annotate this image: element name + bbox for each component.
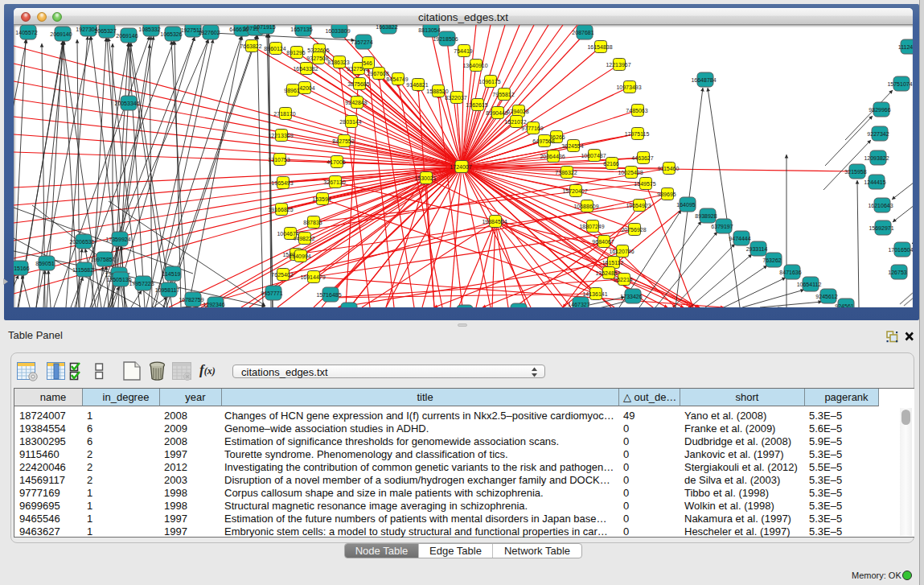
- svg-text:1327602: 1327602: [198, 30, 220, 35]
- svg-text:7386322: 7386322: [555, 170, 577, 175]
- svg-text:9777169: 9777169: [521, 126, 543, 131]
- svg-text:15720407: 15720407: [562, 188, 587, 194]
- svg-text:16033809: 16033809: [325, 28, 350, 34]
- svg-text:16154838: 16154838: [587, 44, 612, 50]
- svg-text:19166825: 19166825: [268, 207, 293, 212]
- svg-text:8186323: 8186323: [327, 60, 349, 65]
- svg-text:2069140: 2069140: [50, 31, 72, 37]
- svg-text:891295: 891295: [286, 50, 305, 56]
- svg-text:1065327: 1065327: [94, 28, 116, 34]
- svg-text:1965493: 1965493: [271, 180, 293, 186]
- svg-text:6794028: 6794028: [507, 109, 528, 114]
- svg-text:546: 546: [363, 60, 372, 66]
- svg-text:1467327: 1467327: [568, 302, 589, 307]
- svg-text:19654923: 19654923: [626, 203, 651, 208]
- svg-text:989695: 989695: [657, 192, 676, 197]
- svg-text:17957223: 17957223: [129, 281, 154, 286]
- svg-text:8322037: 8322037: [445, 95, 466, 101]
- svg-text:13640910: 13640910: [462, 63, 487, 68]
- svg-text:3267130: 3267130: [323, 179, 345, 185]
- svg-text:10958117: 10958117: [155, 287, 180, 293]
- svg-text:16648784: 16648784: [691, 77, 716, 83]
- svg-text:1310753: 1310753: [268, 157, 290, 163]
- svg-text:62166: 62166: [603, 161, 619, 167]
- svg-text:7955812: 7955812: [492, 92, 514, 97]
- svg-text:10654112: 10654112: [797, 282, 822, 287]
- svg-text:9242848: 9242848: [345, 100, 367, 105]
- svg-text:4463627: 4463627: [631, 155, 653, 161]
- svg-text:2803144: 2803144: [339, 119, 361, 125]
- svg-text:17975115: 17975115: [625, 131, 650, 137]
- svg-text:20756928: 20756928: [621, 227, 646, 233]
- svg-text:859051: 859051: [35, 261, 54, 266]
- svg-text:1065326: 1065326: [160, 31, 182, 37]
- svg-text:8960124: 8960124: [264, 46, 285, 51]
- svg-text:2933114: 2933114: [746, 246, 768, 252]
- svg-text:252214: 252214: [614, 277, 632, 282]
- svg-text:1085332: 1085332: [138, 27, 160, 32]
- svg-text:8471636: 8471636: [779, 270, 801, 275]
- svg-text:1071915: 1071915: [253, 25, 275, 30]
- svg-text:14136141: 14136141: [582, 291, 607, 297]
- svg-text:20364436: 20364436: [540, 154, 565, 159]
- svg-text:19218506: 19218506: [433, 36, 458, 42]
- svg-text:13524851: 13524851: [595, 270, 620, 276]
- svg-text:9245612: 9245612: [815, 294, 837, 299]
- svg-text:1621072: 1621072: [504, 119, 526, 125]
- svg-text:10688609: 10688609: [573, 204, 598, 209]
- svg-text:8427552: 8427552: [332, 138, 354, 144]
- svg-text:1362615: 1362615: [466, 102, 487, 108]
- svg-text:8454749: 8454749: [386, 76, 408, 82]
- svg-text:1549575: 1549575: [634, 181, 655, 187]
- svg-text:1244415: 1244415: [864, 179, 885, 185]
- svg-text:924561: 924561: [835, 303, 853, 308]
- svg-text:7663822: 7663822: [240, 43, 261, 49]
- svg-text:18807249: 18807249: [579, 224, 604, 229]
- svg-text:12213369: 12213369: [268, 133, 293, 138]
- svg-text:3624554: 3624554: [561, 143, 583, 149]
- svg-text:754419: 754419: [454, 48, 472, 54]
- svg-text:6379197: 6379197: [711, 224, 733, 229]
- svg-text:111243: 111243: [898, 44, 913, 50]
- svg-text:1115682: 1115682: [72, 267, 93, 273]
- svg-text:1588520: 1588520: [426, 89, 448, 94]
- svg-text:1530021: 1530021: [414, 175, 436, 181]
- svg-text:9146821: 9146821: [406, 82, 428, 88]
- svg-text:3875685: 3875685: [347, 81, 369, 87]
- svg-text:1405572: 1405572: [15, 30, 37, 35]
- svg-text:16914479: 16914479: [300, 274, 325, 280]
- svg-text:763262: 763262: [762, 257, 781, 263]
- svg-text:1292346: 1292346: [203, 302, 224, 307]
- svg-text:7625402: 7625402: [271, 272, 293, 278]
- svg-text:19384554: 19384554: [482, 219, 507, 225]
- svg-text:2967608: 2967608: [367, 71, 388, 76]
- svg-text:164095: 164095: [676, 202, 695, 208]
- svg-text:9829966: 9829966: [869, 107, 890, 113]
- svg-text:7485063: 7485063: [626, 108, 647, 113]
- svg-text:114519: 114519: [162, 271, 181, 277]
- svg-text:153594: 153594: [312, 196, 331, 202]
- svg-text:15751074: 15751074: [887, 81, 912, 87]
- svg-text:16120746: 16120746: [609, 249, 634, 254]
- svg-text:1096175: 1096175: [478, 79, 500, 84]
- svg-text:2718170: 2718170: [273, 111, 295, 117]
- svg-text:9227342: 9227342: [867, 131, 889, 137]
- svg-text:3215958: 3215958: [844, 169, 866, 175]
- svg-text:1540994: 1540994: [289, 253, 310, 259]
- svg-text:126753: 126753: [888, 270, 906, 275]
- svg-text:1657135: 1657135: [290, 27, 312, 32]
- svg-text:1663822: 1663822: [376, 25, 397, 30]
- svg-text:9474444: 9474444: [729, 236, 750, 241]
- svg-text:20206535: 20206535: [69, 239, 94, 245]
- svg-text:1615112: 1615112: [602, 260, 624, 266]
- svg-text:15692971: 15692971: [869, 225, 893, 231]
- svg-text:2069146: 2069146: [116, 33, 138, 39]
- svg-text:1733426: 1733426: [620, 294, 642, 299]
- svg-text:7357274: 7357274: [351, 39, 372, 45]
- svg-text:19975857: 19975857: [90, 257, 115, 262]
- svg-text:12505135: 12505135: [106, 277, 131, 282]
- svg-text:98961: 98961: [284, 88, 300, 93]
- svg-text:4498222: 4498222: [293, 236, 314, 241]
- svg-text:2087681: 2087681: [572, 30, 593, 35]
- svg-text:8813054: 8813054: [418, 27, 440, 33]
